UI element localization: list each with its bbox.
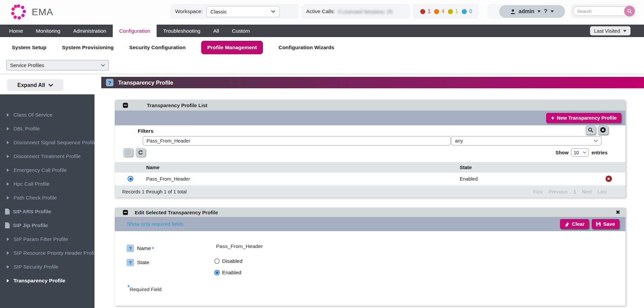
workspace-select[interactable]: Classic xyxy=(206,6,280,17)
expand-arrow-icon xyxy=(7,196,9,199)
clear-filter-button[interactable] xyxy=(598,125,608,134)
table-row[interactable]: Pass_From_Header Enabled ✖ xyxy=(115,173,625,185)
apply-filter-button[interactable] xyxy=(585,125,596,134)
save-button[interactable]: Save xyxy=(592,219,619,229)
profile-tree-sidebar: Class Of Service DBL Profile Disconnect … xyxy=(0,94,95,308)
sidebar-item-label: SIP ARS Profile xyxy=(13,209,51,215)
pagination-next[interactable]: Next xyxy=(582,189,592,194)
state-option-disabled[interactable]: Disabled xyxy=(214,258,242,264)
filter-name-input[interactable] xyxy=(143,136,451,146)
filter-operator-value: any xyxy=(455,138,463,144)
edit-panel-toolbar: Show only required fields Clear Save xyxy=(115,217,625,231)
sidebar-item-label: SIP Resource Priority Header Profile xyxy=(14,250,95,256)
help-menu-chevron-icon xyxy=(551,10,554,12)
field-help-icon[interactable]: ? xyxy=(127,245,134,252)
sidebar-item-sip-resource-priority-header-profile[interactable]: SIP Resource Priority Header Profile xyxy=(0,246,95,260)
sidebar-item-disconnect-signal-sequence-profile[interactable]: Disconnect Signal Sequence Profile xyxy=(0,135,95,149)
user-name: admin xyxy=(518,8,534,14)
expand-all-button[interactable]: Expand All xyxy=(7,79,63,91)
save-icon xyxy=(596,222,601,226)
chevron-down-icon xyxy=(101,64,105,67)
sidebar-item-path-check-profile[interactable]: Path Check Profile xyxy=(0,191,95,205)
name-column-header: Name xyxy=(146,165,460,170)
sidebar-item-sip-security-profile[interactable]: SIP Security Profile xyxy=(0,260,95,274)
state-option-enabled[interactable]: Enabled xyxy=(214,270,241,276)
last-visited-label: Last Visited xyxy=(594,28,620,34)
pagination-first[interactable]: First xyxy=(533,189,543,194)
nav-troubleshooting[interactable]: Troubleshooting xyxy=(157,25,207,37)
pagination-page-1[interactable]: 1 xyxy=(573,189,576,194)
sidebar-item-sip-jip-profile[interactable]: SIP Jip Profile xyxy=(0,218,95,232)
sidebar-item-label: Disconnect Signal Sequence Profile xyxy=(14,140,95,146)
sidebar-item-disconnect-treatment-profile[interactable]: Disconnect Treatment Profile xyxy=(0,149,95,163)
sidebar-item-transparency-profile[interactable]: Transparency Profile xyxy=(0,274,95,287)
pagination-previous[interactable]: Previous xyxy=(548,189,567,194)
new-button-label: New Transparency Profile xyxy=(557,115,617,121)
expand-arrow-icon xyxy=(7,168,9,172)
page-title-bar: ? Transparency Profile xyxy=(101,77,644,88)
sidebar-item-label: Hpc Call Profile xyxy=(14,181,50,187)
alarm-info-dot-icon[interactable] xyxy=(462,9,467,14)
nav-custom[interactable]: Custom xyxy=(225,25,256,37)
help-menu-icon[interactable]: ? xyxy=(544,8,547,15)
column-settings-button[interactable] xyxy=(123,148,133,157)
delete-row-icon[interactable]: ✖ xyxy=(606,176,612,182)
radio-disabled[interactable] xyxy=(214,258,220,264)
sidebar-item-sip-param-filter-profile[interactable]: SIP Param Filter Profile xyxy=(0,232,95,246)
transparency-profile-list-panel: Transparency Profile List + New Transpar… xyxy=(115,100,625,197)
nav-configuration[interactable]: Configuration xyxy=(113,25,157,37)
sidebar-item-label: DBL Profile xyxy=(14,126,40,132)
page-size-group: Show 10 entries xyxy=(556,148,608,157)
refresh-button[interactable] xyxy=(136,148,145,157)
subnav-system-provisioning[interactable]: System Provisioning xyxy=(62,41,114,54)
subnav-profile-management[interactable]: Profile Management xyxy=(201,41,263,54)
profile-category-select[interactable]: Service Profiles xyxy=(6,60,109,70)
sidebar-item-sip-ars-profile[interactable]: SIP ARS Profile xyxy=(0,205,95,218)
search-input[interactable] xyxy=(573,6,629,16)
required-asterisk: * xyxy=(152,246,154,251)
sidebar-item-hpc-call-profile[interactable]: Hpc Call Profile xyxy=(0,177,95,191)
nav-all[interactable]: All xyxy=(207,25,225,37)
sidebar-item-label: Path Check Profile xyxy=(14,195,57,201)
search-button[interactable] xyxy=(624,6,635,17)
sidebar-item-emergency-call-profile[interactable]: Emergency Call Profile xyxy=(0,163,95,177)
subnav-configuration-wizards[interactable]: Configuration Wizards xyxy=(278,41,334,54)
filter-operator-select[interactable]: any xyxy=(451,136,601,146)
clear-button[interactable]: Clear xyxy=(560,219,589,229)
table-header-row: Name State xyxy=(115,162,625,173)
subnav-system-setup[interactable]: System Setup xyxy=(12,41,47,54)
top-header: EMA Workspace: Classic Active Calls: 3 L… xyxy=(0,0,644,25)
nav-monitoring[interactable]: Monitoring xyxy=(29,25,66,37)
alarm-major-count[interactable]: 4 xyxy=(441,8,445,14)
new-transparency-profile-button[interactable]: + New Transparency Profile xyxy=(546,113,621,123)
field-help-icon[interactable]: ? xyxy=(127,259,134,266)
page-size-select[interactable]: 10 xyxy=(571,148,589,157)
sidebar-item-dbl-profile[interactable]: DBL Profile xyxy=(0,122,95,135)
page-help-icon[interactable]: ? xyxy=(106,79,113,86)
table-footer: Records 1 through 1 of 1 total First Pre… xyxy=(115,186,625,197)
sidebar-item-label: Class Of Service xyxy=(14,112,52,118)
radio-enabled[interactable] xyxy=(214,270,220,275)
nav-administration[interactable]: Administration xyxy=(67,25,113,37)
subnav-security-configuration[interactable]: Security Configuration xyxy=(129,41,186,54)
last-visited-dropdown[interactable]: Last Visited xyxy=(590,26,630,35)
sidebar-item-class-of-service[interactable]: Class Of Service xyxy=(0,108,95,122)
row-select-radio[interactable] xyxy=(128,176,133,182)
alarm-info-count[interactable]: 0 xyxy=(469,8,472,14)
user-menu[interactable]: admin ? xyxy=(499,5,565,18)
alarm-critical-dot-icon[interactable] xyxy=(420,9,425,14)
collapse-panel-icon[interactable] xyxy=(123,210,128,215)
alarm-minor-dot-icon[interactable] xyxy=(448,9,453,14)
nav-home[interactable]: Home xyxy=(3,25,29,37)
alarm-critical-count[interactable]: 1 xyxy=(428,8,431,14)
pagination-last[interactable]: Last xyxy=(598,189,607,194)
secondary-navbar: System Setup System Provisioning Securit… xyxy=(12,41,334,54)
alarm-minor-count[interactable]: 1 xyxy=(455,8,458,14)
collapse-panel-icon[interactable] xyxy=(123,103,128,108)
close-panel-icon[interactable]: ✖ xyxy=(616,209,620,215)
ema-logo-icon xyxy=(10,4,27,21)
show-required-fields-link[interactable]: Show only required fields xyxy=(127,221,184,227)
search-icon xyxy=(588,127,593,133)
alarm-major-dot-icon[interactable] xyxy=(434,9,439,14)
expand-arrow-icon xyxy=(7,279,9,282)
